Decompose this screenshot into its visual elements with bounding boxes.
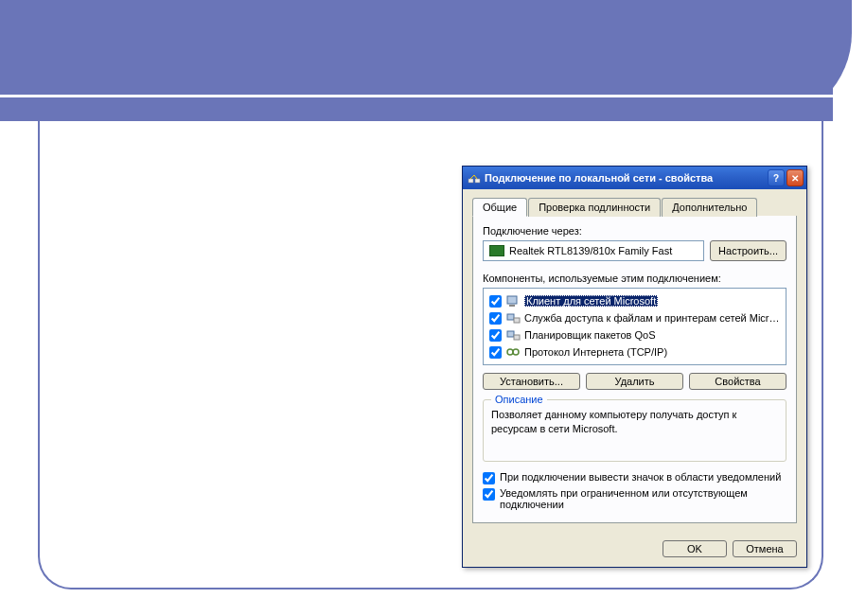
component-checkbox[interactable] — [489, 329, 502, 342]
service-icon — [505, 327, 521, 343]
component-item[interactable]: Протокол Интернета (TCP/IP) — [486, 343, 784, 361]
svg-rect-5 — [509, 305, 515, 307]
tab-strip: Общие Проверка подлинности Дополнительно — [472, 197, 797, 217]
svg-line-2 — [470, 175, 474, 179]
configure-button[interactable]: Настроить... — [710, 240, 786, 261]
svg-rect-7 — [514, 318, 520, 323]
svg-rect-0 — [468, 179, 473, 183]
show-icon-option[interactable]: При подключении вывести значок в области… — [483, 471, 786, 484]
svg-point-11 — [513, 349, 519, 355]
help-button[interactable]: ? — [768, 169, 785, 186]
svg-rect-6 — [507, 314, 514, 320]
protocol-icon — [505, 344, 521, 360]
adapter-name: Realtek RTL8139/810x Family Fast — [509, 245, 672, 256]
show-icon-label: При подключении вывести значок в области… — [500, 471, 781, 483]
service-icon — [505, 310, 521, 326]
tab-authentication[interactable]: Проверка подлинности — [528, 198, 661, 217]
client-icon — [505, 293, 521, 308]
component-label: Клиент для сетей Microsoft — [524, 295, 658, 307]
component-label: Планировщик пакетов QoS — [524, 329, 656, 341]
description-legend: Описание — [491, 394, 547, 405]
components-list[interactable]: Клиент для сетей Microsoft Служба доступ… — [483, 288, 786, 365]
dialog-footer: OK Отмена — [463, 533, 806, 567]
properties-button[interactable]: Свойства — [689, 373, 786, 390]
component-item[interactable]: Планировщик пакетов QoS — [486, 326, 784, 343]
tab-advanced[interactable]: Дополнительно — [662, 198, 757, 217]
svg-rect-1 — [475, 179, 480, 183]
ok-button[interactable]: OK — [663, 540, 727, 557]
svg-rect-4 — [507, 296, 517, 304]
components-label: Компоненты, используемые этим подключени… — [483, 273, 786, 284]
component-checkbox[interactable] — [489, 346, 502, 359]
network-connection-icon — [468, 171, 481, 185]
svg-line-3 — [474, 175, 477, 179]
install-button[interactable]: Установить... — [483, 373, 580, 390]
nic-icon — [489, 245, 504, 256]
connect-via-label: Подключение через: — [483, 225, 786, 237]
svg-rect-9 — [514, 335, 520, 340]
component-item[interactable]: Служба доступа к файлам и принтерам сете… — [486, 309, 784, 326]
description-group: Описание Позволяет данному компьютеру по… — [483, 399, 786, 462]
tab-panel-general: Подключение через: Realtek RTL8139/810x … — [472, 216, 797, 523]
component-item[interactable]: Клиент для сетей Microsoft — [486, 292, 784, 309]
svg-point-10 — [507, 349, 513, 355]
component-checkbox[interactable] — [489, 312, 502, 325]
component-label: Служба доступа к файлам и принтерам сете… — [524, 312, 780, 324]
notify-limited-label: Уведомлять при ограниченном или отсутств… — [500, 487, 786, 510]
close-button[interactable]: ✕ — [786, 169, 804, 186]
show-icon-checkbox[interactable] — [483, 472, 495, 484]
adapter-box: Realtek RTL8139/810x Family Fast — [483, 240, 704, 261]
properties-dialog: Подключение по локальной сети - свойства… — [462, 166, 807, 568]
notify-limited-option[interactable]: Уведомлять при ограниченном или отсутств… — [483, 487, 786, 510]
titlebar[interactable]: Подключение по локальной сети - свойства… — [463, 167, 806, 189]
cancel-button[interactable]: Отмена — [733, 540, 797, 557]
description-text: Позволяет данному компьютеру получать до… — [491, 408, 778, 436]
notify-limited-checkbox[interactable] — [483, 488, 495, 501]
svg-rect-8 — [507, 331, 514, 337]
remove-button[interactable]: Удалить — [586, 373, 683, 390]
component-checkbox[interactable] — [489, 295, 502, 308]
window-title: Подключение по локальной сети - свойства — [485, 172, 768, 184]
tab-general[interactable]: Общие — [472, 198, 527, 217]
component-label: Протокол Интернета (TCP/IP) — [524, 346, 667, 358]
